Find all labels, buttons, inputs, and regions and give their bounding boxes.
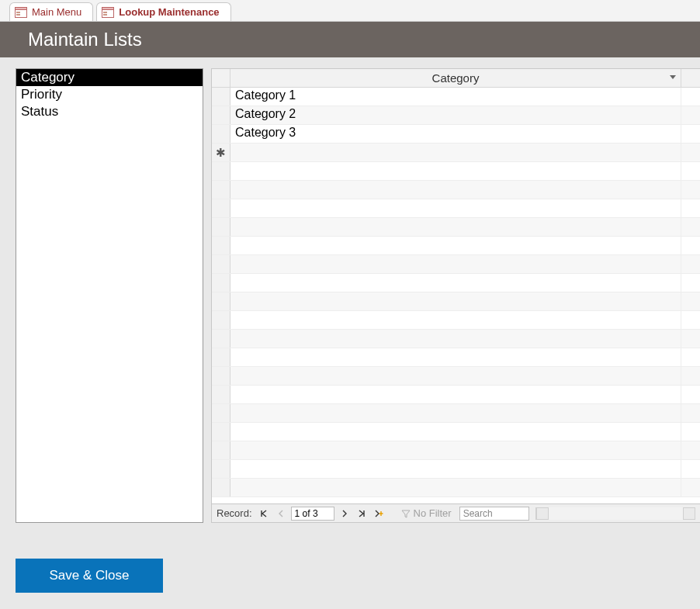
cell-input[interactable]: [235, 107, 676, 121]
sidebar-item-status[interactable]: Status: [16, 103, 203, 120]
row-selector[interactable]: [212, 125, 230, 143]
svg-rect-5: [102, 7, 114, 9]
empty-row: [212, 237, 700, 255]
empty-row: [212, 404, 700, 423]
sidebar-item-category[interactable]: Category: [16, 69, 203, 86]
column-header-label: Category: [432, 71, 480, 85]
empty-cell: [230, 181, 681, 199]
tab-main-menu[interactable]: Main Menu: [9, 2, 93, 21]
empty-row: [212, 479, 700, 497]
svg-rect-2: [16, 12, 20, 13]
cell-category[interactable]: [230, 144, 681, 161]
new-record-icon: ✱: [212, 144, 230, 161]
sidebar-item-priority[interactable]: Priority: [16, 86, 203, 103]
sidebar-item-label: Status: [21, 104, 58, 119]
empty-row: [212, 274, 700, 292]
record-position-input[interactable]: [291, 507, 334, 521]
empty-cell: [230, 274, 681, 292]
select-all-corner[interactable]: [212, 69, 230, 87]
filter-toggle[interactable]: No Filter: [397, 507, 456, 519]
form-footer: Save & Close: [0, 517, 700, 593]
horizontal-scrollbar[interactable]: [535, 507, 695, 520]
empty-cell: [230, 311, 681, 329]
empty-cell: [230, 199, 681, 217]
cell-input[interactable]: [235, 88, 676, 102]
cell-category[interactable]: [230, 106, 681, 124]
nav-last-button[interactable]: [355, 507, 369, 521]
empty-cell: [230, 218, 681, 236]
column-header-row: Category: [212, 69, 700, 88]
nav-prev-button[interactable]: [274, 507, 288, 521]
datasheet-grid: Category: [211, 68, 700, 523]
column-header-spacer: [681, 69, 700, 87]
form-icon: [15, 7, 27, 18]
row-selector: [212, 218, 230, 236]
sidebar-item-label: Priority: [21, 87, 62, 102]
cell-input[interactable]: [235, 144, 676, 158]
row-selector: [212, 330, 230, 348]
filter-label: No Filter: [414, 507, 452, 519]
table-row[interactable]: [212, 88, 700, 106]
row-selector: [212, 441, 230, 459]
column-header-category[interactable]: Category: [230, 69, 681, 87]
empty-cell: [230, 441, 681, 459]
empty-row: [212, 423, 700, 441]
empty-row: [212, 311, 700, 330]
svg-rect-7: [103, 14, 107, 16]
empty-cell: [230, 162, 681, 180]
document-tabstrip: Main Menu Lookup Maintenance: [0, 0, 700, 22]
record-navigator: Record: No Filte: [212, 503, 700, 522]
table-row[interactable]: [212, 106, 700, 125]
row-selector: [212, 404, 230, 422]
cell-category[interactable]: [230, 125, 681, 143]
save-close-button[interactable]: Save & Close: [16, 559, 163, 593]
row-selector: [212, 274, 230, 292]
cell-input[interactable]: [235, 126, 676, 140]
cell-category[interactable]: [230, 88, 681, 106]
lookup-type-list[interactable]: Category Priority Status: [16, 68, 203, 523]
empty-row: [212, 199, 700, 218]
grid-body: ✱: [212, 88, 700, 503]
row-selector: [212, 479, 230, 497]
empty-cell: [230, 237, 681, 254]
empty-cell: [230, 404, 681, 422]
empty-row: [212, 460, 700, 479]
form-icon: [102, 7, 114, 18]
empty-cell: [230, 423, 681, 441]
empty-row: [212, 386, 700, 404]
empty-row: [212, 367, 700, 386]
chevron-down-icon[interactable]: [670, 75, 676, 79]
nav-next-button[interactable]: [338, 507, 352, 521]
row-selector[interactable]: [212, 88, 230, 106]
svg-rect-6: [103, 12, 107, 13]
empty-row: [212, 162, 700, 181]
row-selector: [212, 292, 230, 310]
empty-row: [212, 255, 700, 274]
new-record-row[interactable]: ✱: [212, 144, 700, 162]
row-selector: [212, 311, 230, 329]
empty-row: [212, 181, 700, 199]
row-selector: [212, 386, 230, 403]
row-selector[interactable]: [212, 106, 230, 124]
empty-cell: [230, 348, 681, 366]
record-label: Record:: [217, 507, 252, 519]
row-selector: [212, 237, 230, 254]
nav-new-button[interactable]: [372, 507, 386, 521]
sidebar-item-label: Category: [21, 70, 75, 85]
tab-lookup-maintenance[interactable]: Lookup Maintenance: [96, 2, 230, 21]
work-area: Category Priority Status Category: [0, 57, 700, 517]
empty-row: [212, 218, 700, 237]
nav-first-button[interactable]: [257, 507, 271, 521]
tab-label: Main Menu: [32, 6, 81, 18]
row-selector: [212, 348, 230, 366]
empty-cell: [230, 367, 681, 385]
row-selector: [212, 199, 230, 217]
svg-rect-3: [16, 14, 20, 16]
empty-row: [212, 330, 700, 348]
row-selector: [212, 367, 230, 385]
row-selector: [212, 162, 230, 180]
svg-rect-1: [16, 7, 27, 9]
table-row[interactable]: [212, 125, 700, 144]
record-search-input[interactable]: [459, 507, 529, 521]
row-selector: [212, 255, 230, 273]
